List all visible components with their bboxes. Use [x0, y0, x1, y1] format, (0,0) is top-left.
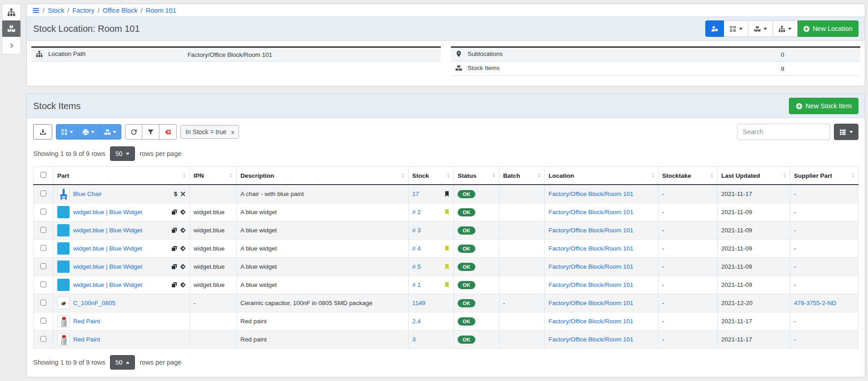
clone-icon [171, 246, 177, 251]
location-link[interactable]: Factory/Office Block/Room 101 [549, 227, 634, 234]
location-link[interactable]: Factory/Office Block/Room 101 [549, 300, 634, 306]
stock-link[interactable]: # 3 [412, 227, 421, 234]
stock-link[interactable]: 3 [412, 336, 416, 343]
part-link[interactable]: Red Paint [73, 318, 100, 325]
description-cell: A blue widget [237, 240, 409, 258]
part-link[interactable]: widget.blue | Blue Widget [73, 281, 142, 288]
clear-filters-button[interactable] [160, 124, 177, 140]
batch-cell [499, 240, 545, 258]
menu-icon[interactable] [32, 7, 40, 14]
part-attribute-icons [171, 282, 186, 288]
barcode-scan-button[interactable] [56, 124, 78, 140]
select-all-checkbox[interactable] [40, 172, 46, 178]
search-input[interactable] [737, 124, 830, 140]
breadcrumb-link[interactable]: Office Block [103, 7, 138, 14]
column-label: Stock [412, 172, 429, 179]
breadcrumb-link[interactable]: Factory [72, 7, 94, 14]
refresh-button[interactable] [125, 124, 142, 140]
sort-icon: ▲▼ [538, 173, 541, 178]
batch-cell [499, 258, 545, 276]
location-link[interactable]: Factory/Office Block/Room 101 [549, 281, 634, 288]
location-link[interactable]: Factory/Office Block/Room 101 [549, 336, 634, 343]
print-actions-button[interactable] [78, 124, 100, 140]
breadcrumb-link[interactable]: Room 101 [146, 7, 176, 14]
part-link[interactable]: Blue Chair [73, 190, 102, 197]
location-link[interactable]: Factory/Office Block/Room 101 [549, 245, 634, 252]
row-checkbox[interactable] [40, 227, 46, 233]
sidebar-item-locations[interactable] [2, 4, 20, 20]
columns-button[interactable] [834, 124, 858, 140]
stocktake-cell: - [658, 276, 718, 294]
supplier-part-link[interactable]: 478-3755-2-ND [794, 300, 836, 306]
stock-cell: # 4 [409, 240, 454, 258]
new-stock-item-button[interactable]: New Stock Item [789, 98, 858, 114]
column-header-status[interactable]: Status▲▼ [454, 167, 499, 185]
row-checkbox[interactable] [40, 190, 46, 196]
stock-link[interactable]: # 1 [412, 281, 421, 288]
row-checkbox[interactable] [40, 336, 46, 342]
sidebar-expand-button[interactable] [2, 37, 20, 54]
stock-link[interactable]: 17 [412, 190, 419, 197]
stock-options-button[interactable] [100, 124, 121, 140]
stock-actions-button[interactable] [748, 20, 773, 37]
description-cell: A blue widget [237, 258, 409, 276]
filter-button[interactable] [142, 124, 160, 140]
part-link[interactable]: widget.blue | Blue Widget [73, 209, 142, 216]
column-header-location[interactable]: Location▲▼ [545, 167, 658, 185]
page-size-button[interactable]: 50 [110, 146, 135, 161]
breadcrumb-link[interactable]: Stock [48, 7, 64, 14]
location-path-value: Factory/Office Block/Room 101 [183, 47, 441, 62]
part-link[interactable]: Red Paint [73, 336, 100, 343]
new-location-button[interactable]: New Location [798, 20, 858, 37]
location-tree-actions-button[interactable] [773, 20, 798, 37]
part-link[interactable]: widget.blue | Blue Widget [73, 245, 142, 252]
row-checkbox[interactable] [40, 300, 46, 306]
row-checkbox[interactable] [40, 318, 46, 324]
location-cell: Factory/Office Block/Room 101 [545, 185, 658, 203]
qrcode-icon [729, 25, 736, 32]
stock-items-title: Stock Items [33, 101, 80, 111]
showing-text: Showing 1 to 9 of 9 rows [33, 150, 105, 157]
location-link[interactable]: Factory/Office Block/Room 101 [549, 190, 634, 197]
column-header-stock[interactable]: Stock▲▼ [409, 167, 454, 185]
part-link[interactable]: widget.blue | Blue Widget [73, 227, 142, 234]
remove-filter-icon[interactable]: x [231, 129, 234, 135]
row-checkbox[interactable] [40, 209, 46, 215]
stocktake-cell: - [658, 221, 718, 240]
stock-link[interactable]: 2.4 [412, 318, 421, 325]
caret-down-icon [763, 28, 767, 30]
location-link[interactable]: Factory/Office Block/Room 101 [549, 318, 634, 325]
row-checkbox[interactable] [40, 263, 46, 269]
description-cell: A blue widget [237, 221, 409, 240]
stock-link[interactable]: # 5 [412, 263, 421, 270]
page-size-button[interactable]: 50 [110, 355, 135, 370]
directions-icon [180, 227, 186, 233]
batch-cell [499, 203, 545, 221]
barcode-actions-button[interactable] [724, 20, 748, 37]
part-link[interactable]: C_100nF_0805 [73, 300, 115, 306]
stock-items-body: In Stock = truex Showing 1 to 9 of 9 row… [27, 118, 865, 377]
column-header-last-updated[interactable]: Last Updated▲▼ [718, 167, 790, 185]
admin-button[interactable] [705, 20, 724, 37]
part-link[interactable]: widget.blue | Blue Widget [73, 263, 142, 270]
filter-chip[interactable]: In Stock = truex [180, 125, 239, 139]
row-checkbox[interactable] [40, 281, 46, 287]
column-header-supplier-part[interactable]: Supplier Part▲▼ [790, 167, 858, 185]
column-header-stocktake[interactable]: Stocktake▲▼ [658, 167, 718, 185]
download-button[interactable] [33, 124, 52, 140]
sidebar-item-stock[interactable] [2, 20, 20, 37]
column-header-part[interactable]: Part▲▼ [54, 167, 190, 185]
column-header-ipn[interactable]: IPN▲▼ [190, 167, 237, 185]
supplier-part-cell: - [790, 258, 858, 276]
location-link[interactable]: Factory/Office Block/Room 101 [549, 263, 634, 270]
part-attribute-icons [171, 264, 186, 270]
location-link[interactable]: Factory/Office Block/Room 101 [549, 209, 634, 216]
stock-link[interactable]: 1149 [412, 300, 425, 306]
status-badge: OK [458, 190, 475, 198]
stock-link[interactable]: # 4 [412, 245, 421, 252]
ipn-cell [190, 331, 237, 349]
column-header-description[interactable]: Description▲▼ [237, 167, 409, 185]
stock-link[interactable]: # 2 [412, 209, 421, 216]
column-header-batch[interactable]: Batch▲▼ [499, 167, 545, 185]
row-checkbox[interactable] [40, 245, 46, 251]
